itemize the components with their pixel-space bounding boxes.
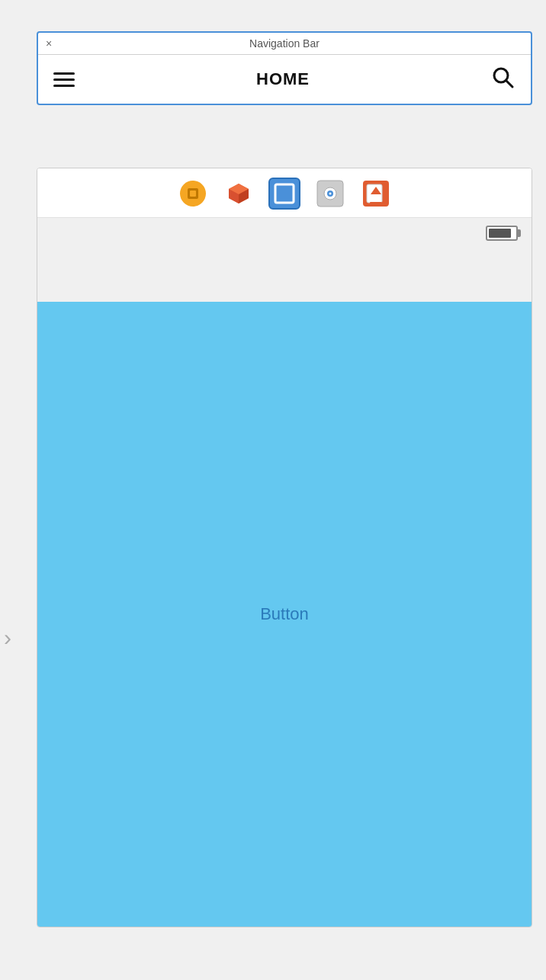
device-preview (37, 218, 532, 302)
nav-bar-widget: × Navigation Bar HOME (37, 31, 532, 105)
nav-bar-title: Navigation Bar (249, 37, 320, 50)
export-icon[interactable] (360, 178, 392, 210)
blue-content-area: Button (37, 302, 532, 927)
button-label[interactable]: Button (260, 604, 309, 624)
nav-bar-title-row: × Navigation Bar (38, 33, 531, 55)
record-icon[interactable] (314, 178, 346, 210)
component-icons-row (37, 168, 532, 218)
close-icon[interactable]: × (46, 37, 52, 50)
svg-rect-4 (190, 191, 196, 197)
svg-point-13 (329, 193, 332, 195)
chip-icon[interactable] (177, 178, 209, 210)
svg-line-1 (506, 81, 513, 88)
home-title: HOME (256, 69, 310, 89)
cube-icon[interactable] (223, 178, 255, 210)
left-arrow-icon[interactable]: › (4, 625, 11, 651)
svg-rect-9 (275, 184, 294, 203)
svg-rect-16 (370, 202, 382, 205)
battery-indicator (486, 226, 521, 241)
search-icon[interactable] (491, 66, 515, 93)
nav-bar-content: HOME (38, 55, 531, 104)
component-panel: Button (37, 168, 532, 927)
square-frame-icon[interactable] (268, 178, 300, 210)
hamburger-menu-icon[interactable] (53, 72, 75, 87)
